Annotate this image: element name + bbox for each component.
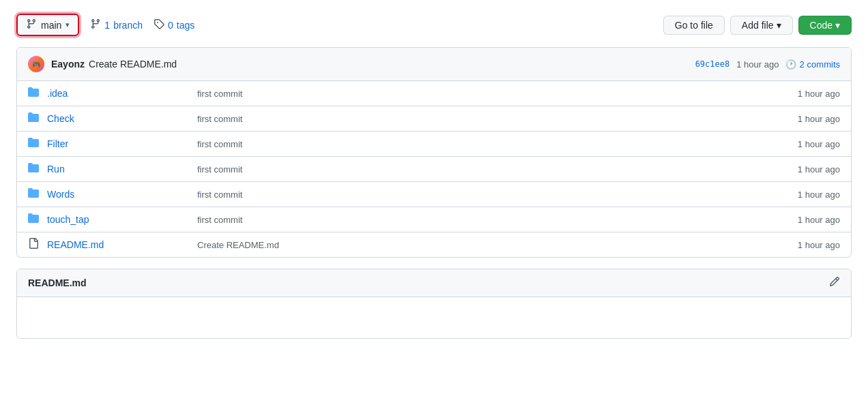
commit-time: 1 hour ago — [736, 59, 779, 70]
code-button[interactable]: Code ▾ — [798, 16, 852, 35]
file-commit-message: Create README.md — [184, 240, 798, 250]
add-file-label: Add file — [742, 20, 774, 31]
file-name-link[interactable]: Run — [47, 164, 184, 175]
file-name-link[interactable]: .idea — [47, 88, 184, 99]
file-commit-message: first commit — [184, 215, 798, 225]
table-row: .idea first commit 1 hour ago — [17, 81, 851, 106]
file-icon — [28, 238, 42, 252]
file-time: 1 hour ago — [798, 164, 840, 175]
file-name-link[interactable]: README.md — [47, 239, 184, 250]
branch-count-icon — [90, 18, 101, 31]
tag-count-label: 0 — [168, 20, 173, 31]
file-commit-message: first commit — [184, 89, 798, 99]
go-to-file-label: Go to file — [675, 20, 713, 31]
table-row: Words first commit 1 hour ago — [17, 182, 851, 207]
history-clock-icon: 🕐 — [785, 59, 796, 70]
file-time: 1 hour ago — [798, 139, 840, 149]
repo-header: 🎮 Eayonz Create README.md 69c1ee8 1 hour… — [17, 48, 851, 81]
table-row: touch_tap first commit 1 hour ago — [17, 207, 851, 232]
branch-selector-button[interactable]: main ▾ — [16, 14, 79, 36]
commit-author: Eayonz — [51, 59, 85, 70]
tag-text-label: tags — [177, 20, 194, 31]
table-row: Check first commit 1 hour ago — [17, 106, 851, 132]
file-name-link[interactable]: touch_tap — [47, 214, 184, 225]
tag-icon — [154, 18, 164, 31]
commits-history-link[interactable]: 🕐 2 commits — [785, 59, 840, 70]
add-file-button[interactable]: Add file ▾ — [730, 16, 793, 35]
commit-meta: 69c1ee8 1 hour ago 🕐 2 commits — [695, 59, 840, 70]
file-time: 1 hour ago — [798, 190, 840, 200]
table-row: README.md Create README.md 1 hour ago — [17, 232, 851, 257]
file-commit-message: first commit — [184, 139, 798, 149]
file-commit-message: first commit — [184, 114, 798, 124]
commit-message: Create README.md — [89, 59, 177, 70]
go-to-file-button[interactable]: Go to file — [663, 16, 725, 35]
history-count: 2 — [799, 59, 804, 70]
readme-title: README.md — [28, 277, 87, 288]
file-name-link[interactable]: Check — [47, 113, 184, 124]
tags-link[interactable]: 0 tags — [154, 18, 194, 31]
meta-links: 1 branch 0 tags — [90, 18, 194, 31]
readme-content — [17, 297, 851, 338]
file-time: 1 hour ago — [798, 240, 840, 250]
folder-icon — [28, 162, 42, 176]
file-commit-message: first commit — [184, 164, 798, 175]
file-name-link[interactable]: Filter — [47, 138, 184, 149]
code-label: Code — [810, 20, 833, 31]
branch-name-label: main — [41, 20, 61, 31]
commit-hash-link[interactable]: 69c1ee8 — [695, 59, 730, 69]
branches-link[interactable]: 1 branch — [90, 18, 143, 31]
chevron-down-icon: ▾ — [66, 20, 70, 29]
toolbar-right: Go to file Add file ▾ Code ▾ — [663, 16, 852, 35]
table-row: Filter first commit 1 hour ago — [17, 132, 851, 157]
file-time: 1 hour ago — [798, 114, 840, 124]
file-rows-container: .idea first commit 1 hour ago Check firs… — [17, 81, 851, 257]
folder-icon — [28, 112, 42, 125]
file-time: 1 hour ago — [798, 215, 840, 225]
file-name-link[interactable]: Words — [47, 189, 184, 200]
toolbar: main ▾ 1 branch 0 t — [16, 14, 852, 36]
folder-icon — [28, 187, 42, 201]
add-file-chevron-icon: ▾ — [777, 20, 781, 31]
folder-icon — [28, 87, 42, 100]
commit-info: Eayonz Create README.md — [51, 59, 689, 70]
readme-header: README.md — [17, 269, 851, 297]
edit-icon[interactable] — [829, 276, 840, 290]
branch-icon — [26, 18, 37, 31]
branch-text-label: branch — [113, 20, 143, 31]
table-row: Run first commit 1 hour ago — [17, 157, 851, 182]
code-chevron-icon: ▾ — [835, 20, 840, 31]
readme-box: README.md — [16, 269, 852, 339]
avatar: 🎮 — [28, 56, 44, 72]
file-commit-message: first commit — [184, 190, 798, 200]
history-label: commits — [807, 59, 840, 70]
file-time: 1 hour ago — [798, 89, 840, 99]
folder-icon — [28, 137, 42, 151]
branch-count-label: 1 — [104, 20, 110, 31]
repository-file-table: 🎮 Eayonz Create README.md 69c1ee8 1 hour… — [16, 47, 852, 258]
folder-icon — [28, 213, 42, 226]
